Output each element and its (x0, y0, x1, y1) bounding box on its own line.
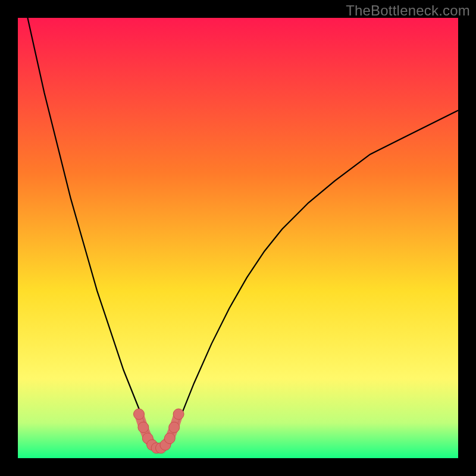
plot-area (18, 18, 458, 458)
gradient-background (18, 18, 458, 458)
highlight-dot (169, 422, 180, 433)
highlight-dot (173, 409, 184, 419)
watermark-text: TheBottleneck.com (346, 2, 470, 19)
highlight-dot (164, 433, 175, 444)
bottleneck-chart (18, 18, 458, 458)
chart-frame: TheBottleneck.com (0, 0, 476, 476)
highlight-dot (134, 409, 145, 419)
highlight-dot (138, 422, 149, 433)
